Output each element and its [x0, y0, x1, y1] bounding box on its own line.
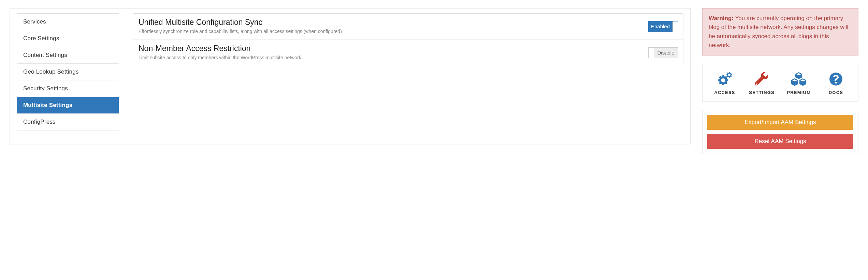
cubes-icon: [791, 72, 807, 87]
toggle-label: Enabled: [649, 24, 672, 29]
setting-title: Unified Multisite Configuration Sync: [139, 18, 637, 27]
sidebar-item-geo-lookup-settings[interactable]: Geo Lookup Settings: [17, 64, 119, 80]
quick-link-docs[interactable]: DOCS: [822, 72, 850, 95]
question-icon: [829, 72, 843, 87]
gears-icon: [717, 72, 733, 87]
sidebar-item-content-settings[interactable]: Content Settings: [17, 47, 119, 64]
quick-link-settings[interactable]: SETTINGS: [748, 72, 776, 95]
export-import-button[interactable]: Export/Import AAM Settings: [707, 115, 853, 130]
quick-link-label: SETTINGS: [749, 90, 775, 95]
warning-prefix: Warning:: [709, 15, 734, 21]
wrench-icon: [754, 72, 769, 87]
sidebar-item-services[interactable]: Services: [17, 14, 119, 30]
right-column: Warning: You are currently operating on …: [702, 8, 858, 154]
setting-description: Effortlessly synchronize role and capabi…: [139, 28, 637, 35]
settings-sidebar: Services Core Settings Content Settings …: [17, 13, 119, 130]
toggle-knob: [649, 48, 654, 58]
sidebar-item-core-settings[interactable]: Core Settings: [17, 30, 119, 47]
settings-table: Unified Multisite Configuration Sync Eff…: [133, 13, 683, 66]
reset-button[interactable]: Reset AAM Settings: [707, 134, 853, 149]
quick-link-access[interactable]: ACCESS: [711, 72, 739, 95]
sidebar-item-configpress[interactable]: ConfigPress: [17, 114, 119, 130]
quick-link-label: DOCS: [829, 90, 843, 95]
setting-row: Unified Multisite Configuration Sync Eff…: [133, 14, 683, 40]
quick-link-premium[interactable]: PREMIUM: [785, 72, 813, 95]
quick-link-label: ACCESS: [714, 90, 735, 95]
main-panel: Services Core Settings Content Settings …: [10, 8, 691, 144]
setting-row: Non-Member Access Restriction Limit subs…: [133, 40, 683, 66]
sidebar-item-security-settings[interactable]: Security Settings: [17, 80, 119, 97]
sidebar-item-multisite-settings[interactable]: Multisite Settings: [17, 97, 119, 114]
toggle-knob: [672, 21, 678, 32]
setting-title: Non-Member Access Restriction: [139, 44, 637, 53]
quick-links-panel: ACCESS SETTINGS: [702, 64, 858, 102]
toggle-non-member-access-restriction[interactable]: Disable: [648, 47, 678, 58]
quick-link-label: PREMIUM: [787, 90, 811, 95]
toggle-unified-multisite-sync[interactable]: Enabled: [648, 21, 678, 32]
setting-description: Limit subsite access to only members wit…: [139, 55, 637, 61]
warning-notice: Warning: You are currently operating on …: [702, 8, 858, 56]
toggle-label: Disable: [654, 50, 678, 56]
action-panel: Export/Import AAM Settings Reset AAM Set…: [702, 110, 858, 154]
